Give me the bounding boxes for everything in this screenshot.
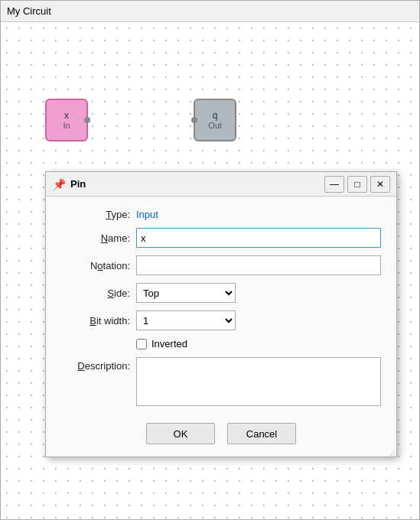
side-row: Side: Top Bottom Left Right: [61, 283, 381, 303]
component-q-label-bottom: Out: [208, 121, 222, 130]
canvas-area: x In q Out 📌 Pin — □ ✕: [1, 22, 419, 519]
inverted-row: Inverted: [136, 338, 381, 349]
description-input[interactable]: [136, 357, 381, 406]
minimize-button[interactable]: —: [324, 176, 344, 193]
dialog-title: Pin: [70, 178, 86, 190]
component-q-label-top: q: [213, 110, 218, 121]
name-row: Name:: [61, 228, 381, 248]
name-input[interactable]: [136, 228, 381, 248]
component-x[interactable]: x In: [45, 99, 88, 141]
bit-width-row: Bit width: 1 2 4 8 16 32: [61, 310, 381, 330]
connector-q-left: [191, 117, 197, 123]
pin-dialog: 📌 Pin — □ ✕ Type: Input: [45, 171, 397, 457]
dialog-title-left: 📌 Pin: [52, 177, 86, 191]
component-x-label-bottom: In: [63, 121, 70, 130]
notation-input[interactable]: [136, 255, 381, 275]
type-row: Type: Input: [61, 209, 381, 220]
bit-width-select[interactable]: 1 2 4 8 16 32: [136, 310, 236, 330]
close-button[interactable]: ✕: [370, 176, 390, 193]
description-label: Description:: [61, 357, 130, 372]
component-q[interactable]: q Out: [194, 99, 236, 141]
connector-x-right: [84, 117, 90, 123]
inverted-checkbox[interactable]: [136, 339, 147, 349]
bit-width-label: Bit width:: [61, 315, 130, 327]
inverted-label: Inverted: [151, 338, 187, 349]
app-title: My Circuit: [7, 5, 51, 17]
type-value: Input: [136, 209, 158, 220]
title-bar: My Circuit: [1, 1, 419, 22]
name-label: Name:: [61, 232, 130, 244]
type-label: Type:: [61, 209, 130, 220]
dialog-body: Type: Input Name: Notation:: [46, 197, 396, 415]
svg-line-2: [393, 455, 395, 457]
ok-button[interactable]: OK: [146, 423, 215, 444]
notation-row: Notation:: [61, 255, 381, 275]
side-select[interactable]: Top Bottom Left Right: [136, 283, 236, 303]
side-label: Side:: [61, 288, 130, 299]
description-row: Description:: [61, 357, 381, 406]
component-x-label-top: x: [64, 110, 69, 121]
dialog-controls: — □ ✕: [324, 176, 390, 193]
pin-dialog-icon: 📌: [52, 177, 66, 191]
dialog-titlebar: 📌 Pin — □ ✕: [46, 172, 396, 197]
dialog-footer: OK Cancel: [46, 415, 396, 457]
maximize-button[interactable]: □: [347, 176, 367, 193]
resize-handle[interactable]: [387, 447, 395, 455]
notation-label: Notation:: [61, 260, 130, 271]
main-window: My Circuit x In q Out 📌 Pin —: [0, 0, 420, 520]
cancel-button[interactable]: Cancel: [227, 423, 296, 444]
